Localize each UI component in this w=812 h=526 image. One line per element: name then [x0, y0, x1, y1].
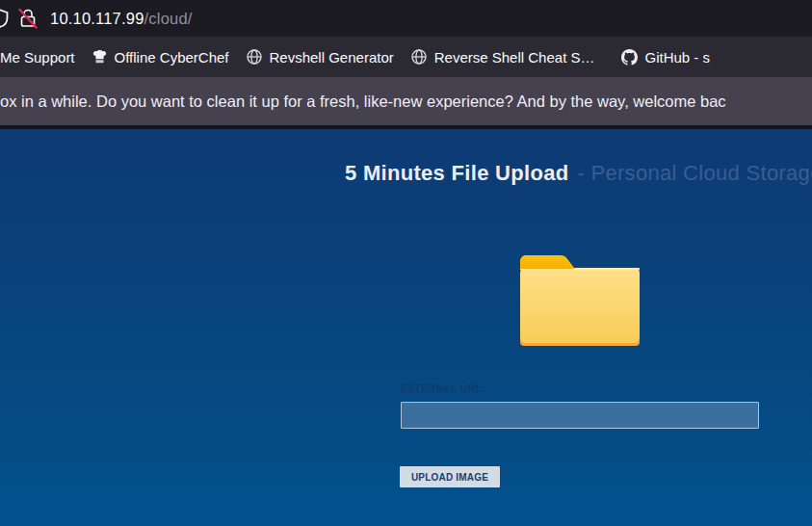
- bookmarks-toolbar: Me Support Offline CyberChef Revshell Ge…: [0, 37, 812, 77]
- bookmark-label: Revshell Generator: [270, 49, 394, 66]
- globe-icon: [410, 48, 428, 66]
- upload-image-button[interactable]: UPLOAD IMAGE: [400, 466, 500, 487]
- page-title-sub: - Personal Cloud Storage: [577, 161, 812, 185]
- github-icon: [621, 49, 638, 66]
- insecure-lock-icon[interactable]: [18, 8, 38, 29]
- bookmark-offline-cyberchef[interactable]: Offline CyberChef: [92, 49, 229, 66]
- notification-bar: ox in a while. Do you want to clean it u…: [0, 77, 812, 129]
- address-bar[interactable]: 10.10.117.99/cloud/: [0, 0, 812, 37]
- bookmark-label: Reverse Shell Cheat S…: [434, 49, 595, 66]
- page-title: 5 Minutes File Upload- Personal Cloud St…: [345, 161, 812, 186]
- url-text[interactable]: 10.10.117.99/cloud/: [50, 0, 193, 37]
- bookmark-revshell-generator[interactable]: Revshell Generator: [246, 48, 394, 66]
- bookmark-label: Offline CyberChef: [115, 49, 229, 66]
- url-host: 10.10.117.99: [50, 10, 144, 27]
- bookmark-reverse-shell-cheatsheet[interactable]: Reverse Shell Cheat S…: [410, 48, 595, 66]
- url-path: /cloud/: [144, 10, 193, 27]
- folder-icon: [518, 253, 642, 348]
- bookmark-label: Me Support: [0, 49, 75, 66]
- globe-icon: [246, 48, 263, 66]
- external-url-label: EXTERNAL URL:: [401, 382, 485, 394]
- external-url-input[interactable]: [401, 402, 759, 429]
- notification-text: ox in a while. Do you want to clean it u…: [0, 92, 726, 111]
- chef-hat-icon: [92, 49, 108, 66]
- bookmark-me-support[interactable]: Me Support: [0, 49, 75, 66]
- bookmark-label: GitHub - s: [644, 49, 710, 66]
- bookmark-github[interactable]: GitHub - s: [621, 49, 710, 66]
- page-content: 5 Minutes File Upload- Personal Cloud St…: [0, 129, 812, 526]
- page-title-main: 5 Minutes File Upload: [345, 161, 568, 185]
- tracking-protection-shield-icon[interactable]: [0, 9, 10, 28]
- browser-window: 10.10.117.99/cloud/ Me Support Offline C…: [0, 0, 812, 526]
